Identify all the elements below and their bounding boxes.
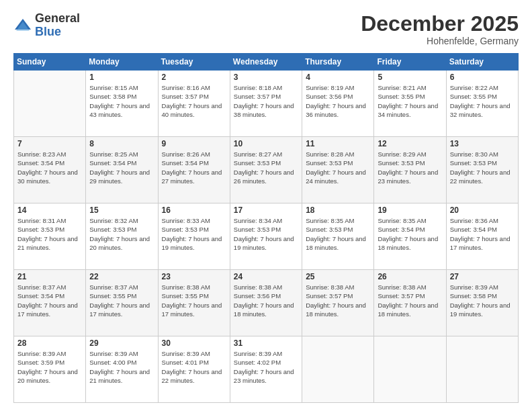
day-info: Sunrise: 8:34 AMSunset: 3:53 PMDaylight:… (234, 216, 298, 252)
day-info: Sunrise: 8:39 AMSunset: 4:02 PMDaylight:… (234, 349, 298, 385)
day-cell: 5Sunrise: 8:21 AMSunset: 3:55 PMDaylight… (374, 71, 446, 137)
day-cell: 30Sunrise: 8:39 AMSunset: 4:01 PMDayligh… (158, 336, 230, 403)
day-number: 9 (162, 139, 226, 148)
day-cell: 12Sunrise: 8:29 AMSunset: 3:53 PMDayligh… (374, 137, 446, 203)
day-cell: 23Sunrise: 8:38 AMSunset: 3:55 PMDayligh… (158, 270, 230, 336)
day-number: 13 (450, 139, 515, 148)
day-info: Sunrise: 8:18 AMSunset: 3:57 PMDaylight:… (234, 83, 298, 119)
day-number: 10 (234, 139, 298, 148)
day-number: 27 (450, 272, 515, 281)
day-cell: 22Sunrise: 8:37 AMSunset: 3:55 PMDayligh… (86, 270, 158, 336)
day-info: Sunrise: 8:37 AMSunset: 3:54 PMDaylight:… (17, 283, 82, 318)
day-number: 14 (17, 205, 82, 215)
day-number: 25 (306, 272, 370, 281)
day-info: Sunrise: 8:39 AMSunset: 3:58 PMDaylight:… (450, 283, 515, 318)
day-info: Sunrise: 8:30 AMSunset: 3:53 PMDaylight:… (450, 150, 515, 185)
day-cell: 26Sunrise: 8:38 AMSunset: 3:57 PMDayligh… (374, 270, 446, 336)
week-row-3: 14Sunrise: 8:31 AMSunset: 3:53 PMDayligh… (14, 203, 519, 270)
day-number: 2 (162, 73, 226, 82)
day-number: 19 (378, 205, 442, 215)
day-cell: 19Sunrise: 8:35 AMSunset: 3:54 PMDayligh… (374, 203, 446, 270)
day-info: Sunrise: 8:33 AMSunset: 3:53 PMDaylight:… (162, 216, 226, 252)
day-info: Sunrise: 8:31 AMSunset: 3:53 PMDaylight:… (17, 216, 82, 252)
logo-icon (13, 16, 32, 35)
day-cell: 27Sunrise: 8:39 AMSunset: 3:58 PMDayligh… (446, 270, 518, 336)
day-cell: 10Sunrise: 8:27 AMSunset: 3:53 PMDayligh… (230, 137, 302, 203)
day-info: Sunrise: 8:39 AMSunset: 4:00 PMDaylight:… (89, 349, 154, 385)
day-number: 5 (378, 73, 442, 82)
day-number: 7 (17, 139, 82, 148)
day-info: Sunrise: 8:29 AMSunset: 3:53 PMDaylight:… (378, 150, 442, 185)
day-number: 1 (89, 73, 154, 82)
day-cell: 21Sunrise: 8:37 AMSunset: 3:54 PMDayligh… (14, 270, 86, 336)
day-number: 11 (306, 139, 370, 148)
logo-blue: Blue (35, 26, 80, 39)
day-info: Sunrise: 8:28 AMSunset: 3:53 PMDaylight:… (306, 150, 370, 185)
day-number: 16 (162, 205, 226, 215)
day-cell: 4Sunrise: 8:19 AMSunset: 3:56 PMDaylight… (302, 71, 374, 137)
day-info: Sunrise: 8:26 AMSunset: 3:54 PMDaylight:… (162, 150, 226, 185)
day-cell (446, 336, 518, 403)
day-cell: 9Sunrise: 8:26 AMSunset: 3:54 PMDaylight… (158, 137, 230, 203)
day-cell: 16Sunrise: 8:33 AMSunset: 3:53 PMDayligh… (158, 203, 230, 270)
day-info: Sunrise: 8:38 AMSunset: 3:55 PMDaylight:… (162, 283, 226, 318)
day-info: Sunrise: 8:39 AMSunset: 4:01 PMDaylight:… (162, 349, 226, 385)
day-number: 24 (234, 272, 298, 281)
location: Hohenfelde, Germany (361, 36, 519, 46)
day-number: 18 (306, 205, 370, 215)
day-info: Sunrise: 8:32 AMSunset: 3:53 PMDaylight:… (89, 216, 154, 252)
page: General Blue December 2025 Hohenfelde, G… (0, 0, 532, 411)
day-number: 29 (89, 338, 154, 348)
day-number: 31 (234, 338, 298, 348)
day-info: Sunrise: 8:37 AMSunset: 3:55 PMDaylight:… (89, 283, 154, 318)
day-number: 26 (378, 272, 442, 281)
day-number: 23 (162, 272, 226, 281)
day-cell: 13Sunrise: 8:30 AMSunset: 3:53 PMDayligh… (446, 137, 518, 203)
day-info: Sunrise: 8:27 AMSunset: 3:53 PMDaylight:… (234, 150, 298, 185)
day-cell: 14Sunrise: 8:31 AMSunset: 3:53 PMDayligh… (14, 203, 86, 270)
day-info: Sunrise: 8:39 AMSunset: 3:59 PMDaylight:… (17, 349, 82, 385)
week-row-2: 7Sunrise: 8:23 AMSunset: 3:54 PMDaylight… (14, 137, 519, 203)
day-cell (14, 71, 86, 137)
day-number: 6 (450, 73, 515, 82)
week-row-5: 28Sunrise: 8:39 AMSunset: 3:59 PMDayligh… (14, 336, 519, 403)
day-cell: 1Sunrise: 8:15 AMSunset: 3:58 PMDaylight… (86, 71, 158, 137)
col-header-sunday: Sunday (14, 54, 86, 71)
month-title: December 2025 (361, 12, 519, 36)
day-cell: 18Sunrise: 8:35 AMSunset: 3:53 PMDayligh… (302, 203, 374, 270)
day-info: Sunrise: 8:35 AMSunset: 3:54 PMDaylight:… (378, 216, 442, 252)
day-cell: 11Sunrise: 8:28 AMSunset: 3:53 PMDayligh… (302, 137, 374, 203)
day-cell: 17Sunrise: 8:34 AMSunset: 3:53 PMDayligh… (230, 203, 302, 270)
day-cell: 6Sunrise: 8:22 AMSunset: 3:55 PMDaylight… (446, 71, 518, 137)
day-number: 15 (89, 205, 154, 215)
day-info: Sunrise: 8:36 AMSunset: 3:54 PMDaylight:… (450, 216, 515, 252)
logo: General Blue (13, 12, 80, 39)
day-info: Sunrise: 8:23 AMSunset: 3:54 PMDaylight:… (17, 150, 82, 185)
day-info: Sunrise: 8:22 AMSunset: 3:55 PMDaylight:… (450, 83, 515, 119)
day-number: 4 (306, 73, 370, 82)
logo-text: General Blue (35, 12, 80, 39)
col-header-monday: Monday (86, 54, 158, 71)
day-cell: 20Sunrise: 8:36 AMSunset: 3:54 PMDayligh… (446, 203, 518, 270)
day-number: 22 (89, 272, 154, 281)
day-cell: 8Sunrise: 8:25 AMSunset: 3:54 PMDaylight… (86, 137, 158, 203)
day-number: 17 (234, 205, 298, 215)
day-info: Sunrise: 8:38 AMSunset: 3:57 PMDaylight:… (378, 283, 442, 318)
day-cell: 24Sunrise: 8:38 AMSunset: 3:56 PMDayligh… (230, 270, 302, 336)
day-cell: 2Sunrise: 8:16 AMSunset: 3:57 PMDaylight… (158, 71, 230, 137)
col-header-wednesday: Wednesday (230, 54, 302, 71)
day-cell (374, 336, 446, 403)
day-number: 8 (89, 139, 154, 148)
header: General Blue December 2025 Hohenfelde, G… (13, 12, 519, 46)
day-info: Sunrise: 8:15 AMSunset: 3:58 PMDaylight:… (89, 83, 154, 119)
col-header-saturday: Saturday (446, 54, 518, 71)
day-number: 3 (234, 73, 298, 82)
col-header-friday: Friday (374, 54, 446, 71)
day-number: 28 (17, 338, 82, 348)
col-header-tuesday: Tuesday (158, 54, 230, 71)
day-number: 21 (17, 272, 82, 281)
logo-general: General (35, 12, 80, 26)
day-info: Sunrise: 8:38 AMSunset: 3:56 PMDaylight:… (234, 283, 298, 318)
calendar: SundayMondayTuesdayWednesdayThursdayFrid… (13, 53, 519, 403)
day-cell: 15Sunrise: 8:32 AMSunset: 3:53 PMDayligh… (86, 203, 158, 270)
